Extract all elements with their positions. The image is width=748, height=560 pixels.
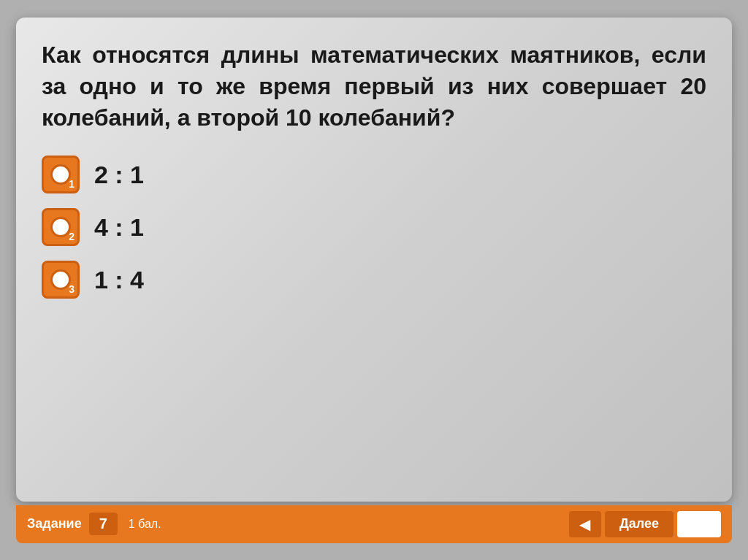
answer-option-3[interactable]: 3 1 : 4 xyxy=(42,261,706,299)
radio-circle-2 xyxy=(50,217,71,237)
badge-number-3: 3 xyxy=(69,283,75,295)
next-button[interactable]: Далее xyxy=(605,511,673,537)
answer-badge-3[interactable]: 3 xyxy=(42,261,80,299)
zadanie-number: 7 xyxy=(89,513,118,535)
question-text: Как относятся длины математических маятн… xyxy=(42,39,706,134)
nav-buttons: ◀ Далее xyxy=(569,511,721,537)
radio-circle-3 xyxy=(50,269,71,290)
answer-text-1: 2 : 1 xyxy=(94,161,144,189)
answer-text-3: 1 : 4 xyxy=(94,266,144,294)
main-container: Как относятся длины математических маятн… xyxy=(16,18,732,543)
radio-circle-1 xyxy=(50,164,71,185)
score-label: 1 бал. xyxy=(129,518,161,531)
badge-number-2: 2 xyxy=(69,231,75,242)
answer-badge-2[interactable]: 2 xyxy=(42,208,80,246)
blank-space xyxy=(677,511,721,537)
question-card: Как относятся длины математических маятн… xyxy=(16,18,732,502)
answer-text-2: 4 : 1 xyxy=(94,213,144,242)
badge-number-1: 1 xyxy=(69,178,75,190)
answer-badge-1[interactable]: 1 xyxy=(42,156,80,193)
answer-option-1[interactable]: 1 2 : 1 xyxy=(42,156,706,193)
answer-option-2[interactable]: 2 4 : 1 xyxy=(42,208,706,246)
zadanie-label: Задание xyxy=(27,516,82,532)
bottom-bar: Задание 7 1 бал. ◀ Далее xyxy=(16,505,732,543)
back-button[interactable]: ◀ xyxy=(569,511,601,537)
